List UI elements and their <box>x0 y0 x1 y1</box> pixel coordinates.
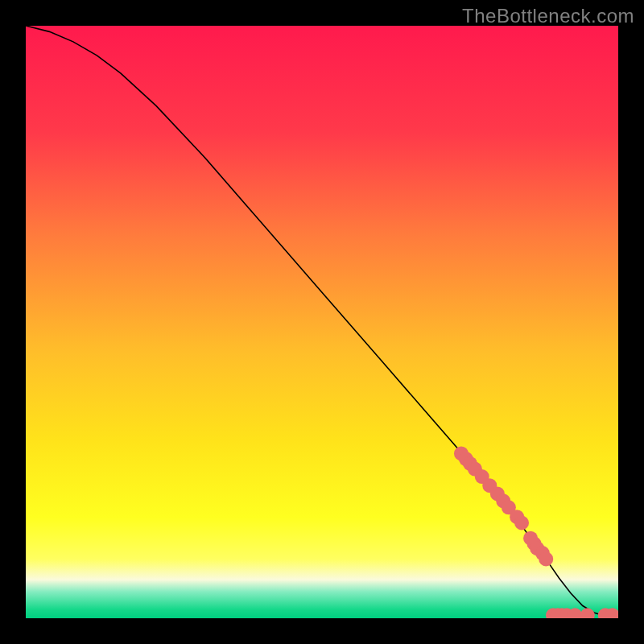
plot-area <box>26 26 618 618</box>
sample-points <box>454 446 618 618</box>
data-point <box>580 608 595 618</box>
data-point <box>514 516 529 530</box>
watermark-text: TheBottleneck.com <box>462 5 634 27</box>
data-point <box>539 551 553 566</box>
chart-frame: TheBottleneck.com <box>0 0 644 644</box>
points-layer <box>26 26 618 618</box>
